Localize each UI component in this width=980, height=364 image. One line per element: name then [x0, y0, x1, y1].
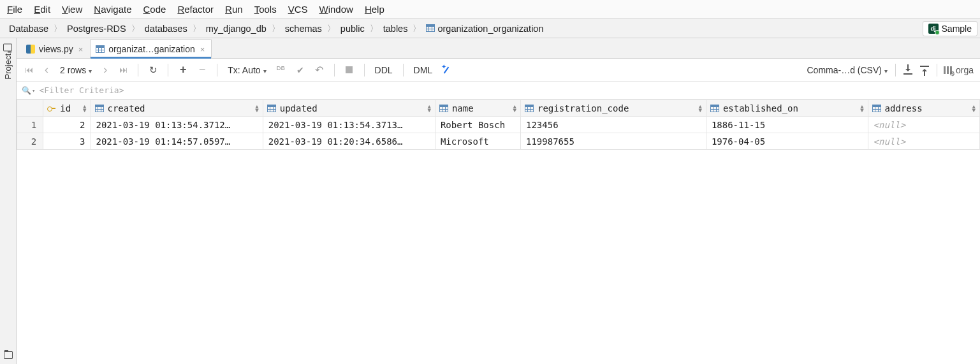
django-icon: dj — [928, 24, 939, 34]
cell-address[interactable]: <null> — [868, 117, 979, 133]
preview-pending-button[interactable]: DB — [273, 62, 289, 78]
editor-tab[interactable]: organizat…ganization× — [90, 40, 212, 58]
cell-registration_code[interactable]: 123456 — [521, 117, 706, 133]
first-page-button[interactable] — [20, 62, 37, 78]
chevron-right-icon: 〉 — [191, 23, 202, 34]
chevron-right-icon: 〉 — [52, 23, 63, 34]
column-header-name[interactable]: name▲▼ — [435, 100, 520, 117]
submit-button[interactable] — [292, 62, 309, 78]
project-tool-button[interactable]: Project — [3, 43, 13, 79]
column-label: registration_code — [538, 103, 629, 113]
menu-code[interactable]: Code — [138, 1, 172, 17]
dml-button[interactable]: DML — [410, 65, 437, 75]
result-table: id▲▼created▲▼updated▲▼name▲▼registration… — [17, 99, 980, 150]
cell-name[interactable]: Microsoft — [435, 133, 520, 150]
cell-established_on[interactable]: 1976-04-05 — [706, 133, 868, 150]
navigation-bar: Database〉Postgres-RDS〉databases〉my_djang… — [0, 19, 980, 38]
breadcrumb-item[interactable]: public — [338, 22, 367, 35]
cell-id[interactable]: 2 — [43, 117, 91, 133]
column-header-registration_code[interactable]: registration_code▲▼ — [521, 100, 706, 117]
column-label: created — [108, 103, 145, 113]
column-header-created[interactable]: created▲▼ — [91, 100, 263, 117]
cancel-query-button[interactable] — [341, 62, 358, 78]
cell-created[interactable]: 2021-03-19 01:14:57.0597… — [91, 133, 263, 150]
breadcrumb-item[interactable]: Postgres-RDS — [64, 22, 129, 35]
menu-navigate[interactable]: Navigate — [88, 1, 137, 17]
sort-indicator-icon: ▲▼ — [428, 105, 431, 112]
chevron-right-icon: 〉 — [270, 23, 281, 34]
column-label: name — [452, 103, 474, 113]
search-icon: 🔍▾ — [22, 86, 35, 95]
import-upload-button[interactable] — [916, 62, 933, 78]
cell-name[interactable]: Robert Bosch — [435, 117, 520, 133]
menu-edit[interactable]: Edit — [28, 1, 56, 17]
column-header-established_on[interactable]: established_on▲▼ — [706, 100, 868, 117]
close-tab-button[interactable]: × — [200, 45, 205, 54]
cell-updated[interactable]: 2021-03-19 01:20:34.6586… — [263, 133, 435, 150]
main-menu-bar: FileEditViewNavigateCodeRefactorRunTools… — [0, 0, 980, 19]
upload-icon — [920, 66, 929, 75]
menu-view[interactable]: View — [56, 1, 88, 17]
ddl-button[interactable]: DDL — [371, 65, 397, 75]
cell-address[interactable]: <null> — [868, 133, 979, 150]
next-page-button[interactable] — [97, 62, 113, 78]
column-icon — [439, 105, 448, 112]
cell-created[interactable]: 2021-03-19 01:13:54.3712… — [91, 117, 263, 133]
column-header-address[interactable]: address▲▼ — [868, 100, 979, 117]
menu-help[interactable]: Help — [359, 1, 390, 17]
breadcrumb-item[interactable]: Database — [6, 22, 51, 35]
menu-window[interactable]: Window — [314, 1, 359, 17]
column-label: established_on — [723, 103, 798, 113]
breadcrumb-item[interactable]: organization_organization — [423, 22, 546, 35]
table-icon — [96, 45, 105, 53]
filter-input[interactable] — [39, 85, 975, 95]
export-download-button[interactable] — [900, 62, 916, 78]
tx-mode-dropdown[interactable]: Tx: Auto▾ — [224, 65, 270, 75]
sort-indicator-icon: ▲▼ — [972, 105, 976, 112]
sort-indicator-icon: ▲▼ — [860, 105, 863, 112]
menu-tools[interactable]: Tools — [249, 1, 282, 17]
cell-updated[interactable]: 2021-03-19 01:13:54.3713… — [263, 117, 435, 133]
column-icon — [95, 105, 104, 112]
column-label: id — [60, 103, 71, 113]
cell-established_on[interactable]: 1886-11-15 — [706, 117, 868, 133]
column-header-updated[interactable]: updated▲▼ — [263, 100, 435, 117]
add-row-button[interactable] — [175, 62, 191, 78]
table-row[interactable]: 232021-03-19 01:14:57.0597…2021-03-19 01… — [17, 133, 980, 150]
column-icon — [872, 105, 881, 112]
column-label: updated — [280, 103, 318, 113]
table-row[interactable]: 122021-03-19 01:13:54.3712…2021-03-19 01… — [17, 117, 980, 133]
last-page-button[interactable] — [115, 62, 131, 78]
menu-vcs[interactable]: VCS — [282, 1, 314, 17]
row-count-dropdown[interactable]: 2 rows▾ — [56, 65, 96, 75]
menu-refactor[interactable]: Refactor — [172, 1, 219, 17]
prev-page-button[interactable] — [38, 62, 55, 78]
export-format-dropdown[interactable]: Comma-…d (CSV)▾ — [803, 65, 891, 75]
dml-wand-button[interactable] — [439, 62, 455, 78]
column-icon — [267, 105, 276, 112]
sort-indicator-icon: ▲▼ — [698, 105, 701, 112]
chevron-right-icon: 〉 — [369, 23, 379, 34]
breadcrumb-item[interactable]: databases — [142, 22, 190, 35]
cell-registration_code[interactable]: 119987655 — [521, 133, 706, 150]
breadcrumb-item[interactable]: schemas — [282, 22, 325, 35]
tx-mode-label: Tx: Auto — [228, 65, 260, 75]
delete-row-button[interactable] — [194, 62, 210, 78]
row-count-label: 2 rows — [60, 65, 86, 75]
close-tab-button[interactable]: × — [78, 45, 84, 54]
chevron-right-icon: 〉 — [411, 23, 422, 34]
column-header-id[interactable]: id▲▼ — [43, 100, 91, 117]
run-config-selector[interactable]: dj Sample — [923, 21, 977, 36]
row-number-header — [17, 100, 43, 117]
breadcrumb-item[interactable]: my_django_db — [203, 22, 269, 35]
menu-run[interactable]: Run — [219, 1, 249, 17]
cell-id[interactable]: 3 — [43, 133, 91, 150]
revert-button[interactable] — [311, 62, 328, 78]
result-grid[interactable]: id▲▼created▲▼updated▲▼name▲▼registration… — [17, 99, 980, 364]
breadcrumb-item[interactable]: tables — [381, 22, 411, 35]
column-label: address — [885, 103, 923, 113]
menu-file[interactable]: File — [1, 1, 28, 17]
editor-tab[interactable]: views.py× — [20, 40, 90, 58]
reload-button[interactable] — [145, 62, 161, 78]
view-settings-button[interactable]: orga — [941, 62, 976, 78]
